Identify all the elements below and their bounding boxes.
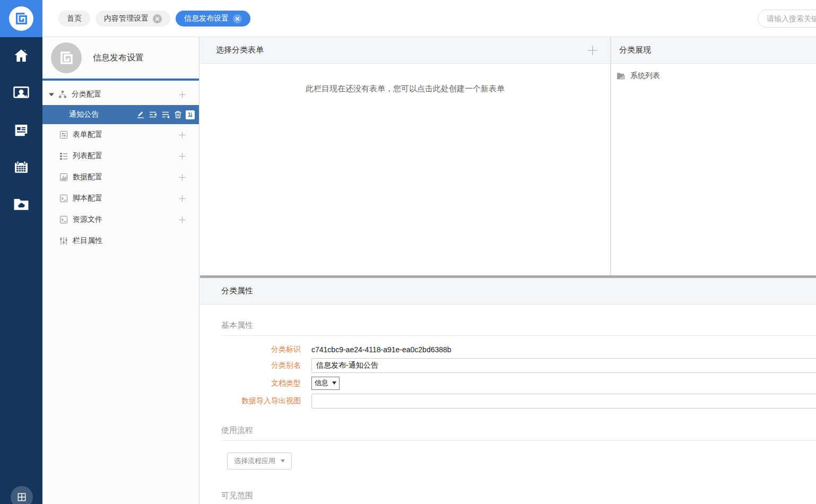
app-logo[interactable]	[0, 0, 42, 37]
form-empty-message[interactable]: 此栏目现在还没有表单，您可以点击此处创建一个新表单	[200, 84, 610, 94]
tab-close-icon[interactable]	[233, 14, 242, 23]
module-logo-icon	[51, 42, 82, 73]
section-scope-title: 可见范围	[221, 491, 816, 501]
section-divider	[221, 335, 816, 336]
tree-item-label: 表单配置	[73, 130, 102, 140]
move-after-icon[interactable]	[161, 110, 170, 119]
tree-item-label: 栏目属性	[73, 236, 102, 246]
module-title: 信息发布设置	[93, 37, 144, 79]
tree-item-script-config[interactable]: 脚本配置	[42, 188, 199, 209]
basic-attributes-form: 分类标识 c741cbc9-ae24-4118-a91e-ea0c2bd6388…	[221, 345, 816, 409]
sort-order-icon[interactable]: 1	[186, 110, 195, 119]
add-resource-icon[interactable]	[178, 216, 186, 224]
search-input[interactable]	[758, 10, 816, 28]
user-monitor-icon	[12, 84, 30, 102]
display-panel-title: 分类展现	[619, 45, 651, 55]
apps-launcher-button[interactable]	[11, 486, 33, 504]
terminal-icon	[59, 215, 68, 224]
flow-app-select[interactable]: 选择流程应用	[227, 453, 292, 470]
nav-sidebar	[0, 37, 42, 504]
field-row-category-alias: 分类别名	[221, 358, 816, 373]
add-data-icon[interactable]	[178, 173, 186, 181]
nav-news[interactable]	[0, 111, 42, 149]
config-tree: 分类配置 通知公告	[42, 81, 199, 251]
tree-child-actions: 1	[136, 105, 195, 124]
calendar-icon	[13, 159, 30, 176]
add-list-icon[interactable]	[178, 152, 186, 160]
tab-info-publish-settings[interactable]: 信息发布设置	[176, 11, 250, 27]
attribute-panel-title: 分类属性	[221, 286, 253, 296]
delete-icon[interactable]	[174, 110, 182, 119]
form-settings-icon	[59, 131, 68, 139]
flow-app-placeholder: 选择流程应用	[234, 456, 275, 466]
tree-item-column-attributes[interactable]: 栏目属性	[42, 230, 199, 251]
doc-type-label: 文档类型	[221, 379, 301, 388]
nav-home[interactable]	[0, 37, 42, 74]
section-flow-title: 使用流程	[221, 425, 816, 436]
caret-down-icon[interactable]	[49, 93, 54, 97]
chevron-down-icon	[332, 381, 336, 385]
folder-icon	[617, 72, 626, 80]
add-form-icon[interactable]	[178, 131, 186, 139]
nav-files[interactable]	[0, 186, 42, 223]
attribute-panel-body: 基本属性 分类标识 c741cbc9-ae24-4118-a91e-ea0c2b…	[200, 305, 816, 501]
apps-grid-icon	[16, 492, 27, 502]
form-select-panel: 选择分类表单 此栏目现在还没有表单，您可以点击此处创建一个新表单	[200, 37, 610, 275]
tree-item-label: 分类配置	[72, 90, 101, 99]
tree-item-label: 列表配置	[73, 151, 102, 161]
add-category-icon[interactable]	[178, 91, 186, 99]
tree-child-label: 通知公告	[69, 110, 99, 119]
app-window: 首页 内容管理设置 信息发布设置	[0, 0, 816, 504]
home-icon	[13, 47, 30, 64]
tab-close-icon[interactable]	[153, 14, 162, 23]
list-settings-icon	[59, 152, 68, 160]
section-basic-title: 基本属性	[221, 320, 816, 331]
tree-item-data-config[interactable]: 数据配置	[42, 167, 199, 188]
edit-icon[interactable]	[136, 110, 145, 119]
sitemap-icon	[58, 90, 67, 99]
nav-user-console[interactable]	[0, 74, 42, 111]
tree-item-label: 脚本配置	[73, 194, 102, 203]
field-row-doc-type: 文档类型 信息	[221, 377, 816, 390]
add-script-icon[interactable]	[178, 195, 186, 203]
tab-label: 内容管理设置	[104, 14, 149, 23]
sliders-icon	[59, 237, 68, 245]
add-form-button[interactable]	[587, 45, 598, 56]
tree-item-category-config[interactable]: 分类配置	[42, 84, 199, 105]
tree-item-label: 数据配置	[73, 172, 102, 182]
import-export-view-input[interactable]	[311, 394, 816, 409]
bar-chart-icon	[59, 173, 68, 181]
module-header: 信息发布设置	[42, 37, 199, 79]
module-panel: 信息发布设置 分类配置 通知公告	[42, 37, 199, 504]
chevron-down-icon	[281, 459, 285, 463]
tab-home[interactable]: 首页	[58, 11, 90, 27]
tree-item-form-config[interactable]: 表单配置	[42, 124, 199, 145]
tab-content-management-settings[interactable]: 内容管理设置	[96, 11, 170, 27]
tab-home-label: 首页	[67, 14, 82, 23]
category-alias-input[interactable]	[311, 358, 816, 373]
attribute-panel: 分类属性 基本属性 分类标识 c741cbc9-ae24-4118-a91e-e…	[200, 275, 816, 504]
tab-label: 信息发布设置	[184, 14, 229, 23]
app-logo-icon	[9, 6, 33, 31]
news-icon	[13, 121, 30, 138]
display-item-system-list[interactable]: 系统列表	[617, 71, 816, 81]
display-panel: 分类展现 系统列表	[611, 37, 816, 275]
tree-item-resource-files[interactable]: 资源文件	[42, 209, 199, 230]
nav-calendar[interactable]	[0, 149, 42, 186]
tab-bar: 首页 内容管理设置 信息发布设置	[58, 0, 250, 37]
move-into-icon[interactable]	[149, 110, 158, 119]
tree-child-notice[interactable]: 通知公告 1	[42, 105, 199, 124]
form-panel-title: 选择分类表单	[216, 45, 264, 55]
tree-item-label: 资源文件	[73, 215, 102, 224]
doc-type-selected-value: 信息	[315, 378, 328, 388]
terminal-icon	[59, 194, 68, 203]
category-alias-label: 分类别名	[221, 361, 301, 370]
form-panel-header: 选择分类表单	[200, 37, 610, 64]
category-id-label: 分类标识	[221, 345, 301, 354]
doc-type-select[interactable]: 信息	[311, 377, 340, 390]
display-panel-header: 分类展现	[611, 37, 816, 64]
display-item-label: 系统列表	[630, 71, 660, 81]
field-row-import-export-view: 数据导入导出视图	[221, 394, 816, 409]
attribute-panel-header: 分类属性	[200, 278, 816, 305]
tree-item-list-config[interactable]: 列表配置	[42, 145, 199, 167]
